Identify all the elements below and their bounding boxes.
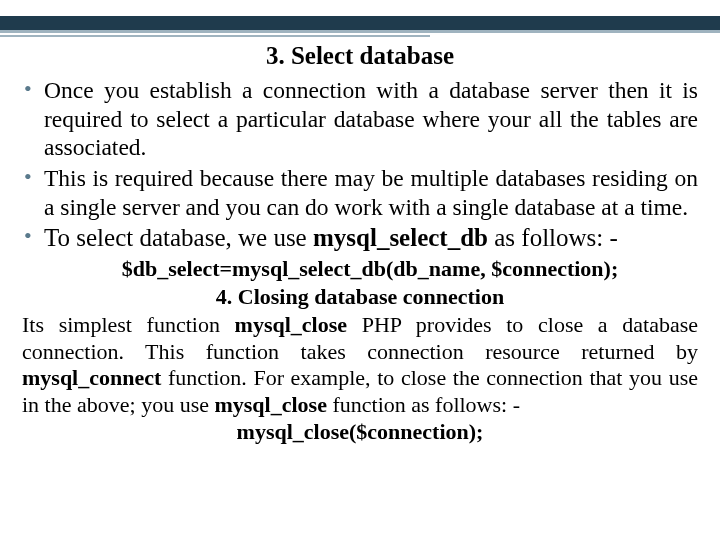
border-dark bbox=[0, 16, 720, 30]
bullet3-text-post: as follows: - bbox=[488, 224, 618, 251]
bullet3-fn: mysql_select_db bbox=[313, 224, 488, 251]
bullet3-text-pre: To select database, we use bbox=[44, 224, 313, 251]
section-title: 3. Select database bbox=[22, 42, 698, 70]
bullet-list: Once you establish a connection with a d… bbox=[22, 76, 698, 254]
para-fn1: mysql_close bbox=[235, 312, 347, 337]
section-subtitle: 4. Closing database connection bbox=[22, 284, 698, 310]
para-fn3: mysql_close bbox=[214, 392, 326, 417]
bullet-item-3: To select database, we use mysql_select_… bbox=[22, 223, 698, 254]
para-seg-1: Its simplest function bbox=[22, 312, 235, 337]
slide-content: 3. Select database Once you establish a … bbox=[0, 38, 720, 445]
bullet-item-2: This is required because there may be mu… bbox=[22, 164, 698, 221]
para-seg-4: function as follows: - bbox=[327, 392, 520, 417]
bullet-item-1: Once you establish a connection with a d… bbox=[22, 76, 698, 162]
paragraph: Its simplest function mysql_close PHP pr… bbox=[22, 312, 698, 419]
code-line-1: $db_select=mysql_select_db(db_name, $con… bbox=[22, 256, 698, 282]
border-thin-partial bbox=[0, 35, 430, 37]
slide-top-border bbox=[0, 0, 720, 38]
code-line-2: mysql_close($connection); bbox=[22, 419, 698, 445]
para-fn2: mysql_connect bbox=[22, 365, 161, 390]
